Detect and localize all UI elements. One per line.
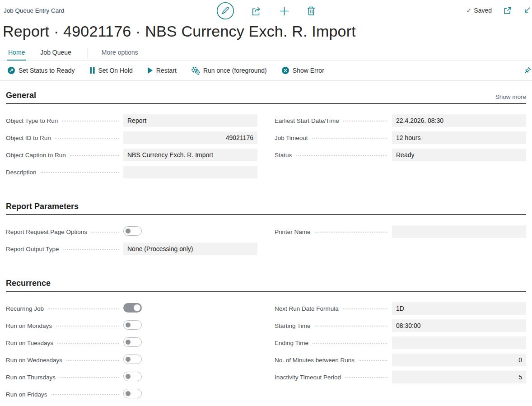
add-new-icon[interactable]: [279, 6, 289, 16]
general-left-column: Object Type to Run Report Object ID to R…: [6, 114, 257, 183]
tab-more-options[interactable]: More options: [101, 46, 139, 60]
toggle-knob: [126, 229, 131, 233]
recurring-job-toggle[interactable]: [123, 303, 142, 313]
field-label: Run on Mondays: [6, 322, 52, 329]
section-general: General Show more Object Type to Run Rep…: [6, 91, 526, 183]
run-on-fridays-toggle[interactable]: [123, 389, 142, 398]
field-inactivity-timeout-period: Inactivity Timeout Period 5: [275, 371, 526, 383]
section-title-recurrence: Recurrence: [6, 279, 51, 288]
toggle-knob: [126, 322, 131, 327]
report-parameters-left-column: Report Request Page Options Report Outpu…: [6, 225, 257, 260]
check-icon: ✓: [467, 7, 472, 14]
status-value[interactable]: Ready: [392, 149, 526, 161]
action-label: Set On Hold: [98, 67, 133, 74]
page-caption: Job Queue Entry Card: [4, 7, 64, 14]
run-on-tuesdays-toggle[interactable]: [123, 337, 142, 347]
field-label: Job Timeout: [275, 135, 308, 141]
dotted-leader: [315, 326, 387, 327]
set-on-hold-button[interactable]: Set On Hold: [89, 67, 133, 74]
page-content: General Show more Object Type to Run Rep…: [0, 91, 532, 406]
dotted-leader: [313, 343, 387, 344]
pin-action-bar-icon[interactable]: [524, 67, 531, 75]
job-timeout-value[interactable]: 12 hours: [392, 131, 526, 144]
earliest-start-datetime-value[interactable]: 22.4.2026. 08:30: [392, 114, 526, 127]
share-icon[interactable]: [252, 6, 262, 16]
tab-home[interactable]: Home: [7, 46, 26, 61]
run-on-wednesdays-toggle[interactable]: [123, 355, 142, 364]
dotted-leader: [343, 308, 387, 309]
ending-time-value[interactable]: [392, 336, 526, 349]
dotted-leader: [62, 121, 119, 121]
run-once-foreground-button[interactable]: Run once (foreground): [191, 66, 267, 75]
run-on-thursdays-toggle[interactable]: [123, 372, 142, 381]
error-circle-icon: [281, 66, 289, 75]
open-in-new-window-icon[interactable]: [504, 7, 512, 14]
dotted-leader: [55, 138, 119, 139]
page-title: Report · 49021176 · NBS Currency Exch. R…: [0, 21, 532, 46]
section-recurrence: Recurrence Recurring Job Run on Mondays: [6, 279, 526, 406]
show-more-link[interactable]: Show more: [495, 93, 526, 100]
run-on-mondays-toggle[interactable]: [123, 320, 142, 330]
section-title-report-parameters: Report Parameters: [6, 202, 79, 211]
saved-label: Saved: [474, 7, 492, 14]
recurrence-left-column: Recurring Job Run on Mondays Run on Tues…: [6, 302, 257, 406]
restart-button[interactable]: Restart: [147, 67, 177, 74]
description-value[interactable]: [123, 166, 257, 178]
field-label: No. of Minutes between Runs: [275, 357, 355, 364]
object-type-to-run-value[interactable]: Report: [123, 114, 257, 127]
tab-job-queue[interactable]: Job Queue: [39, 46, 72, 60]
collapse-icon[interactable]: [523, 7, 531, 14]
dotted-leader: [51, 394, 119, 395]
field-run-on-fridays: Run on Fridays: [6, 388, 257, 401]
header-action-icons: [216, 2, 316, 20]
inactivity-timeout-period-value[interactable]: 5: [392, 371, 526, 383]
save-status: ✓ Saved: [467, 7, 492, 14]
field-recurring-job: Recurring Job: [6, 302, 257, 315]
show-error-button[interactable]: Show Error: [281, 66, 324, 75]
tab-divider: [88, 47, 88, 58]
field-label: Object Caption to Run: [6, 152, 66, 159]
field-label: Printer Name: [275, 229, 311, 235]
field-label: Run on Thursdays: [6, 374, 56, 381]
dotted-leader: [48, 308, 119, 309]
starting-time-value[interactable]: 08:30:00: [392, 319, 526, 332]
top-bar: Job Queue Entry Card: [0, 0, 532, 21]
next-run-date-formula-value[interactable]: 1D: [392, 302, 526, 315]
general-right-column: Earliest Start Date/Time 22.4.2026. 08:3…: [275, 114, 526, 166]
save-status-area: ✓ Saved: [467, 7, 527, 14]
pause-icon: [89, 67, 95, 74]
report-output-type-value[interactable]: None (Processing only): [123, 243, 257, 255]
delete-icon[interactable]: [307, 6, 316, 16]
no-of-minutes-between-runs-value[interactable]: 0: [392, 354, 526, 366]
field-object-type-to-run: Object Type to Run Report: [6, 114, 257, 127]
field-label: Inactivity Timeout Period: [275, 374, 341, 381]
field-job-timeout: Job Timeout 12 hours: [275, 131, 526, 144]
toggle-knob: [126, 357, 131, 362]
dotted-leader: [345, 377, 387, 378]
printer-name-value[interactable]: [392, 225, 526, 238]
field-label: Report Output Type: [6, 246, 59, 252]
action-bar: Set Status to Ready Set On Hold Restart: [0, 61, 532, 81]
dotted-leader: [70, 155, 119, 156]
field-starting-time: Starting Time 08:30:00: [275, 319, 526, 332]
field-label: Run on Fridays: [6, 391, 47, 398]
dotted-leader: [57, 343, 119, 344]
dotted-leader: [91, 232, 119, 233]
report-parameters-right-column: Printer Name: [275, 225, 526, 243]
object-id-to-run-value[interactable]: 49021176: [123, 131, 257, 144]
edit-pencil-icon[interactable]: [216, 2, 234, 20]
dotted-leader: [66, 360, 119, 361]
action-label: Set Status to Ready: [19, 67, 75, 74]
field-label: Next Run Date Formula: [275, 305, 339, 312]
dotted-leader: [60, 377, 119, 378]
set-status-to-ready-button[interactable]: Set Status to Ready: [7, 66, 75, 75]
field-report-output-type: Report Output Type None (Processing only…: [6, 243, 257, 255]
field-report-request-page-options: Report Request Page Options: [6, 225, 257, 238]
report-request-page-options-toggle[interactable]: [123, 226, 142, 236]
object-caption-to-run-value[interactable]: NBS Currency Exch. R. Import: [123, 149, 257, 161]
action-label: Show Error: [293, 67, 324, 74]
dotted-leader: [56, 326, 119, 327]
section-report-parameters: Report Parameters Report Request Page Op…: [6, 202, 526, 260]
play-icon: [147, 67, 153, 74]
field-label: Status: [275, 152, 292, 159]
